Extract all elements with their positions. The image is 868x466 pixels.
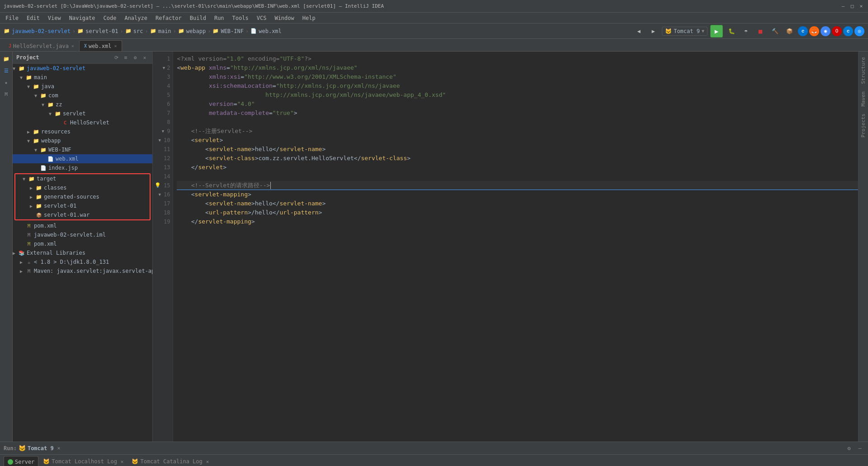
tab-close-localhost[interactable]: ✕ <box>121 459 124 465</box>
menu-file[interactable]: File <box>2 14 22 22</box>
firefox-icon[interactable]: 🦊 <box>809 26 819 36</box>
tree-item-generated-sources[interactable]: ▶ 📁 generated-sources <box>15 192 150 201</box>
forward-button[interactable]: ▶ <box>647 25 659 37</box>
pom-icon: M <box>25 240 33 247</box>
menu-code[interactable]: Code <box>100 14 120 22</box>
run-button[interactable]: ▶ <box>710 25 723 38</box>
target-box: ▼ 📁 target ▶ 📁 classes ▶ 📁 generated-sou… <box>14 173 151 220</box>
tree-arrow: ▼ <box>27 138 33 143</box>
tree-arrow: ▶ <box>30 185 35 190</box>
line-num-12: 12 <box>155 154 170 163</box>
tree-item-indexjsp[interactable]: 📄 index.jsp <box>13 163 152 172</box>
tree-item-classes[interactable]: ▶ 📁 classes <box>15 183 150 192</box>
tab-close-catalina[interactable]: ✕ <box>206 459 209 465</box>
ie-icon[interactable]: e <box>798 26 808 36</box>
bottom-tab-catalina-log[interactable]: 🐱 Tomcat Catalina Log ✕ <box>128 456 212 466</box>
code-editor[interactable]: 1 ▼2 3 4 5 6 7 8 ▼9 ▼10 11 12 13 14 💡15 … <box>153 52 858 442</box>
tree-item-webinf[interactable]: ▼ 📁 WEB-INF <box>13 145 152 154</box>
tree-item-webxml[interactable]: 📄 web.xml <box>13 154 152 163</box>
menu-help[interactable]: Help <box>299 14 319 22</box>
breadcrumb-item-0[interactable]: javaweb-02-servlet <box>12 28 71 34</box>
tree-item-iml[interactable]: M javaweb-02-servlet.iml <box>13 230 152 239</box>
line-num-1: 1 <box>155 54 170 63</box>
right-label-structure[interactable]: Structure <box>859 53 867 88</box>
menu-build[interactable]: Build <box>186 14 210 22</box>
coverage-button[interactable]: ☂ <box>740 25 752 37</box>
bottom-tab-server[interactable]: Server <box>4 456 38 466</box>
breadcrumb-item-1[interactable]: servlet-01 <box>85 28 118 34</box>
menu-navigate[interactable]: Navigate <box>66 14 99 22</box>
tab-helloservlet[interactable]: J HelloServlet.java ✕ <box>4 40 79 51</box>
safari-icon[interactable]: ◎ <box>854 26 864 36</box>
code-line-17: <servlet-name>hello</servlet-name> <box>177 199 858 208</box>
run-close[interactable]: ✕ <box>57 445 61 451</box>
tree-item-external-libs[interactable]: ▶ 📚 External Libraries <box>13 248 152 257</box>
panel-settings-icon[interactable]: ⚙ <box>131 53 139 62</box>
tree-item-resources[interactable]: ▶ 📁 resources <box>13 127 152 136</box>
breadcrumb-item-6[interactable]: web.xml <box>259 28 282 34</box>
tree-item-target[interactable]: ▼ 📁 target <box>15 174 150 183</box>
menu-tools[interactable]: Tools <box>229 14 252 22</box>
side-maven-icon[interactable]: M <box>1 89 12 100</box>
build-button[interactable]: 🔨 <box>769 25 781 37</box>
side-structure-icon[interactable]: ☰ <box>1 65 12 76</box>
right-label-projects[interactable]: Projects <box>859 110 867 141</box>
tree-item-helloservlet[interactable]: C HelloServlet <box>13 118 152 127</box>
code-line-18: <url-pattern>/hello</url-pattern> <box>177 208 858 217</box>
minimize-button[interactable]: — <box>840 3 846 10</box>
menu-run[interactable]: Run <box>211 14 228 22</box>
panel-sync-icon[interactable]: ⟳ <box>112 53 120 62</box>
sdk-button[interactable]: 📦 <box>783 25 795 37</box>
maximize-button[interactable]: □ <box>849 3 855 10</box>
panel-close-icon[interactable]: ✕ <box>141 53 149 62</box>
minimize-icon[interactable]: — <box>855 444 864 453</box>
opera-icon[interactable]: O <box>832 26 842 36</box>
breadcrumb-project[interactable]: 📁 <box>4 28 10 34</box>
tree-item-servlet01-war[interactable]: 📦 servlet-01.war <box>15 210 150 219</box>
side-project-icon[interactable]: 📁 <box>1 53 12 64</box>
tree-item-servlet-pkg[interactable]: ▼ 📁 servlet <box>13 109 152 118</box>
breadcrumb-item-3[interactable]: main <box>158 28 171 34</box>
tree-item-main[interactable]: ▼ 📁 main <box>13 73 152 82</box>
debug-button[interactable]: 🐛 <box>726 25 737 37</box>
tab-helloservlet-close[interactable]: ✕ <box>71 43 74 48</box>
tree-item-maven-servlet[interactable]: ▶ M Maven: javax.servlet:javax.servlet-a… <box>13 266 152 276</box>
stop-button[interactable]: ■ <box>755 25 766 37</box>
menu-edit[interactable]: Edit <box>23 14 43 22</box>
breadcrumb-item-2[interactable]: src <box>133 28 143 34</box>
panel-collapse-icon[interactable]: ≡ <box>122 53 130 62</box>
tree-item-pom2[interactable]: M pom.xml <box>13 239 152 248</box>
side-favorites-icon[interactable]: ★ <box>1 77 12 88</box>
menu-vcs[interactable]: VCS <box>253 14 270 22</box>
tree-item-pom[interactable]: M pom.xml <box>13 221 152 230</box>
run-config-selector[interactable]: 🐱 Tomcat 9 ▼ <box>662 27 708 36</box>
tree-item-servlet01-dir[interactable]: ▶ 📁 servlet-01 <box>15 201 150 210</box>
tree-item-root[interactable]: ▼ 📁 javaweb-02-servlet <box>13 64 152 73</box>
lib-icon: 📚 <box>18 249 25 257</box>
tree-arrow: ▶ <box>30 204 35 209</box>
breadcrumb-item-4[interactable]: webapp <box>186 28 206 34</box>
tree-item-zz[interactable]: ▼ 📁 zz <box>13 100 152 109</box>
tree-item-com[interactable]: ▼ 📁 com <box>13 91 152 100</box>
menu-window[interactable]: Window <box>271 14 297 22</box>
bottom-tab-localhost-log[interactable]: 🐱 Tomcat Localhost Log ✕ <box>39 456 127 466</box>
tree-label: com <box>48 92 58 99</box>
back-button[interactable]: ◀ <box>633 25 645 37</box>
edge-icon[interactable]: e <box>843 26 853 36</box>
menu-view[interactable]: View <box>44 14 65 22</box>
close-button[interactable]: ✕ <box>858 3 864 10</box>
settings-icon[interactable]: ⚙ <box>844 444 854 453</box>
tab-webxml-close[interactable]: ✕ <box>114 43 117 48</box>
tree-item-jdk[interactable]: ▶ ☕ < 1.8 > D:\jdk1.8.0_131 <box>13 257 152 266</box>
line-num-7: 7 <box>155 109 170 118</box>
breadcrumb-item-5[interactable]: WEB-INF <box>221 28 244 34</box>
right-label-maven[interactable]: Maven <box>859 88 867 110</box>
tree-item-java[interactable]: ▼ 📁 java <box>13 82 152 91</box>
code-lines[interactable]: <?xml version="1.0" encoding="UTF-8"?> <… <box>173 52 858 442</box>
menu-analyze[interactable]: Analyze <box>121 14 151 22</box>
chrome-icon[interactable]: ◉ <box>821 26 830 36</box>
tab-webxml[interactable]: X web.xml ✕ <box>79 40 122 51</box>
fold-icon[interactable]: ▼ <box>159 63 165 72</box>
tree-item-webapp[interactable]: ▼ 📁 webapp <box>13 136 152 145</box>
menu-refactor[interactable]: Refactor <box>152 14 185 22</box>
